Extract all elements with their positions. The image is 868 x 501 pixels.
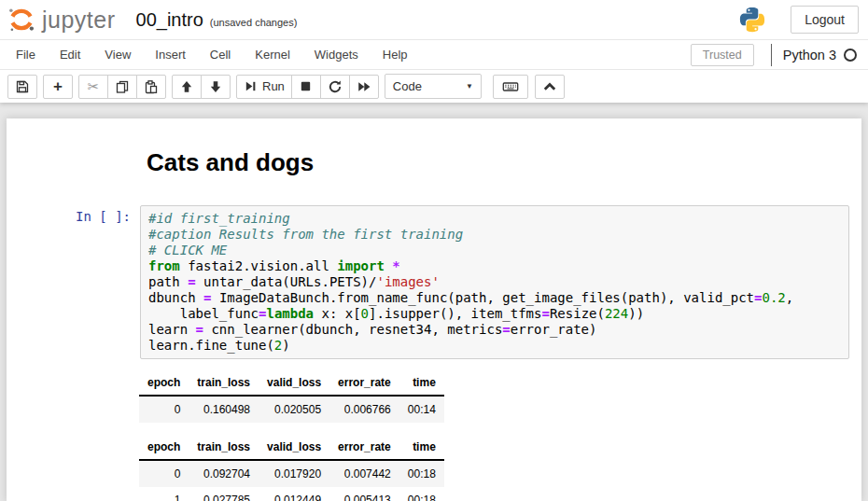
top-bar: jupyter 00_intro (unsaved changes) Logou…: [0, 0, 868, 39]
jupyter-logo-text: jupyter: [42, 7, 116, 34]
column-header: valid_loss: [259, 370, 329, 396]
save-icon: [15, 79, 30, 94]
menu-view[interactable]: View: [92, 40, 143, 69]
checkpoint-status: (unsaved changes): [210, 12, 298, 28]
restart-kernel-button[interactable]: [320, 75, 350, 99]
scissors-icon: ✂: [88, 79, 100, 93]
command-palette-button[interactable]: [493, 75, 528, 99]
cut-cell-button[interactable]: ✂: [78, 75, 108, 99]
menu-cell[interactable]: Cell: [198, 40, 243, 69]
kernel-name: Python 3: [783, 48, 836, 63]
training-output-2: epochtrain_lossvalid_losserror_ratetime0…: [139, 435, 861, 501]
input-prompt: In [ ]:: [7, 205, 140, 359]
code-cell[interactable]: In [ ]: #id first_training#caption Resul…: [7, 205, 861, 359]
save-group: [7, 75, 37, 99]
output-area: epochtrain_lossvalid_losserror_ratetime0…: [139, 370, 861, 501]
menu-insert[interactable]: Insert: [143, 40, 198, 69]
clipboard-icon: [144, 79, 159, 94]
table-cell: 00:18: [399, 487, 444, 501]
table-cell: 0.017920: [259, 460, 329, 487]
table-cell: 0: [139, 396, 189, 423]
chevron-down-icon: ▼: [466, 82, 473, 90]
toggle-header-button[interactable]: [535, 75, 565, 99]
copy-icon: [115, 79, 130, 94]
paste-cell-button[interactable]: [136, 75, 166, 99]
table-row: 00.1604980.0205050.00676600:14: [139, 396, 444, 423]
menu-bar: File Edit View Insert Cell Kernel Widget…: [0, 39, 868, 70]
divider: [771, 44, 772, 66]
edit-group: ✂: [78, 75, 166, 99]
restart-run-all-button[interactable]: [349, 75, 379, 99]
save-button[interactable]: [7, 75, 37, 99]
interrupt-kernel-button[interactable]: [291, 75, 321, 99]
jupyter-app: jupyter 00_intro (unsaved changes) Logou…: [0, 0, 868, 501]
table-cell: 0.007442: [329, 460, 399, 487]
keyboard-icon: [502, 79, 519, 94]
table-cell: 1: [139, 487, 189, 501]
column-header: time: [399, 370, 444, 396]
table-cell: 0.092704: [189, 460, 259, 487]
kernel-idle-icon: [844, 49, 857, 62]
table-cell: 0.160498: [189, 396, 259, 423]
fast-forward-icon: [357, 79, 371, 94]
training-output-1: epochtrain_lossvalid_losserror_ratetime0…: [139, 370, 861, 423]
table-cell: 0: [139, 460, 189, 487]
python-logo-icon: [738, 6, 766, 34]
column-header: time: [399, 435, 444, 460]
table-cell: 00:18: [399, 460, 444, 487]
arrow-down-icon: [208, 79, 223, 94]
move-cell-up-button[interactable]: [172, 75, 202, 99]
training-results-table: epochtrain_lossvalid_losserror_ratetime0…: [139, 370, 444, 423]
table-cell: 00:14: [399, 396, 444, 423]
header: jupyter 00_intro (unsaved changes) Logou…: [0, 0, 868, 103]
insert-group: +: [43, 75, 73, 99]
column-header: error_rate: [329, 435, 399, 460]
header-toggle-group: [535, 75, 565, 99]
code-area[interactable]: #id first_training#caption Results from …: [140, 205, 849, 359]
trusted-badge: Trusted: [691, 44, 754, 66]
add-cell-button[interactable]: +: [43, 75, 73, 99]
run-group: Run: [236, 75, 379, 99]
column-header: epoch: [139, 370, 189, 396]
column-header: train_loss: [189, 370, 259, 396]
notebook-container: Cats and dogs In [ ]: #id first_training…: [7, 118, 861, 501]
table-cell: 0.027785: [189, 487, 259, 501]
run-button[interactable]: Run: [236, 75, 292, 99]
table-row: 10.0277850.0124490.00541300:18: [139, 487, 444, 501]
plus-icon: +: [53, 78, 63, 94]
table-cell: 0.020505: [259, 396, 329, 423]
column-header: epoch: [139, 435, 189, 460]
step-forward-icon: [244, 79, 258, 93]
move-cell-down-button[interactable]: [201, 75, 231, 99]
table-cell: 0.006766: [329, 396, 399, 423]
menu-help[interactable]: Help: [371, 40, 420, 69]
fine-tune-results-table: epochtrain_lossvalid_losserror_ratetime0…: [139, 435, 444, 501]
column-header: error_rate: [329, 370, 399, 396]
menu-kernel[interactable]: Kernel: [243, 40, 302, 69]
refresh-icon: [328, 79, 343, 94]
palette-group: [493, 75, 528, 99]
table-cell: 0.005413: [329, 487, 399, 501]
jupyter-logo[interactable]: jupyter: [7, 6, 116, 34]
cell-type-select[interactable]: Code ▼: [385, 74, 482, 99]
menu-widgets[interactable]: Widgets: [302, 40, 371, 69]
menu-edit[interactable]: Edit: [48, 40, 92, 69]
menu-file[interactable]: File: [4, 40, 48, 69]
stop-icon: [299, 79, 313, 93]
logout-button[interactable]: Logout: [791, 6, 859, 34]
run-button-label: Run: [262, 79, 285, 93]
move-group: [172, 75, 231, 99]
chevron-up-icon: [542, 80, 557, 93]
column-header: train_loss: [189, 435, 259, 460]
table-row: 00.0927040.0179200.00744200:18: [139, 460, 444, 487]
markdown-heading: Cats and dogs: [147, 148, 861, 177]
column-header: valid_loss: [259, 435, 329, 460]
copy-cell-button[interactable]: [107, 75, 137, 99]
toolbar: + ✂: [0, 70, 868, 103]
arrow-up-icon: [179, 79, 194, 94]
cell-type-value: Code: [393, 79, 422, 93]
notebook-title[interactable]: 00_intro: [136, 9, 203, 31]
jupyter-logo-icon: [7, 6, 35, 34]
table-cell: 0.012449: [259, 487, 329, 501]
